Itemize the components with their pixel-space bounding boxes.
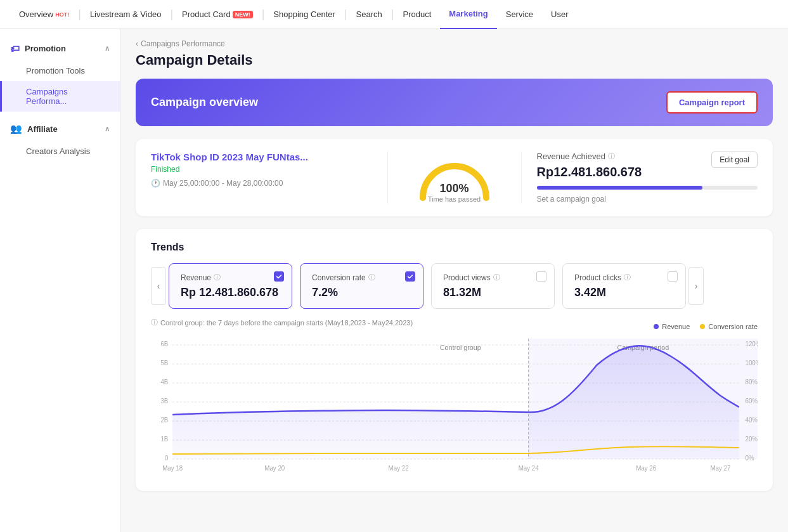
metric-value-product-views: 81.32M xyxy=(443,286,543,299)
svg-text:May 26: May 26 xyxy=(636,465,656,472)
gauge-label: 100% Time has passed xyxy=(413,182,496,203)
nav-service[interactable]: Service xyxy=(497,0,542,29)
revenue-checkbox[interactable] xyxy=(274,271,284,282)
metric-nav-right-arrow[interactable]: › xyxy=(688,267,704,305)
conversion-checkbox[interactable] xyxy=(405,271,415,282)
main-layout: 🏷 Promotion ∧ Promotion Tools Campaigns … xyxy=(0,29,788,532)
nav-shopping-center[interactable]: Shopping Center xyxy=(264,0,344,29)
svg-text:3B: 3B xyxy=(160,398,168,405)
sidebar-affiliate-header[interactable]: 👥 Affiliate ∧ xyxy=(0,117,120,141)
info-icon-chart: ⓘ xyxy=(151,318,158,327)
legend-dot-revenue xyxy=(654,324,659,329)
svg-text:4B: 4B xyxy=(160,379,168,386)
campaign-report-button[interactable]: Campaign report xyxy=(666,91,758,114)
trends-chart: Control group Campaign period 6B 5B 4B 3… xyxy=(151,339,758,478)
nav-product-card-badge: NEW! xyxy=(233,11,253,18)
product-clicks-checkbox[interactable] xyxy=(668,271,678,282)
metric-value-revenue: Rp 12.481.860.678 xyxy=(181,286,280,299)
svg-text:120%: 120% xyxy=(745,341,758,347)
sidebar-item-promotion-tools[interactable]: Promotion Tools xyxy=(0,60,120,81)
nav-user[interactable]: User xyxy=(542,0,577,29)
svg-text:May 24: May 24 xyxy=(519,465,539,472)
campaign-gauge-panel: 100% Time has passed xyxy=(388,152,522,204)
breadcrumb-back-icon: ‹ xyxy=(136,39,138,48)
campaign-overview-card: Campaign overview Campaign report xyxy=(136,79,773,126)
chart-legend: Revenue Conversion rate xyxy=(654,323,758,330)
info-icon-revenue: ⓘ xyxy=(608,152,615,161)
sidebar-item-creators-analysis[interactable]: Creators Analysis xyxy=(0,141,120,162)
info-icon-conversion: ⓘ xyxy=(368,273,375,282)
metric-card-product-clicks[interactable]: Product clicks ⓘ 3.42M xyxy=(562,263,686,309)
metric-value-product-clicks: 3.42M xyxy=(574,286,674,299)
campaign-revenue-panel: Edit goal Revenue Achieved ⓘ Rp12.481.86… xyxy=(522,152,758,204)
breadcrumb-label: Campaigns Performance xyxy=(141,39,225,48)
metric-label-revenue: Revenue ⓘ xyxy=(181,273,280,282)
metric-card-revenue[interactable]: Revenue ⓘ Rp 12.481.860.678 xyxy=(169,263,292,309)
info-icon-revenue-metric: ⓘ xyxy=(214,273,221,282)
svg-text:0: 0 xyxy=(165,455,169,462)
campaign-left-panel: TikTok Shop ID 2023 May FUNtas... Finish… xyxy=(151,152,388,204)
sidebar-affiliate-label: Affiliate xyxy=(27,124,58,134)
checkmark-icon xyxy=(276,273,282,280)
chart-control-info: ⓘ Control group: the 7 days before the c… xyxy=(151,318,413,327)
metric-nav-left-arrow[interactable]: ‹ xyxy=(151,267,166,305)
sidebar-section-promotion: 🏷 Promotion ∧ Promotion Tools Campaigns … xyxy=(0,37,120,112)
metric-label-product-clicks: Product clicks ⓘ xyxy=(574,273,674,282)
sidebar-section-affiliate: 👥 Affiliate ∧ Creators Analysis xyxy=(0,117,120,162)
nav-search[interactable]: Search xyxy=(347,0,391,29)
metric-card-conversion[interactable]: Conversion rate ⓘ 7.2% xyxy=(300,263,423,309)
campaign-status: Finished xyxy=(151,165,372,174)
gauge-subtext: Time has passed xyxy=(413,195,496,203)
svg-text:1B: 1B xyxy=(160,436,168,443)
nav-product-card[interactable]: Product Card NEW! xyxy=(173,0,262,29)
svg-text:2B: 2B xyxy=(160,417,168,424)
info-icon-product-clicks: ⓘ xyxy=(624,273,631,282)
nav-product[interactable]: Product xyxy=(394,0,441,29)
legend-conversion: Conversion rate xyxy=(700,323,758,330)
promotion-icon: 🏷 xyxy=(10,43,20,54)
top-navigation: Overview HOT! | Livestream & Video | Pro… xyxy=(0,0,788,29)
svg-text:20%: 20% xyxy=(745,436,758,443)
campaign-overview-title: Campaign overview xyxy=(151,96,666,109)
campaign-name: TikTok Shop ID 2023 May FUNtas... xyxy=(151,152,372,162)
svg-text:May 18: May 18 xyxy=(162,465,183,472)
nav-overview[interactable]: Overview HOT! xyxy=(10,0,78,29)
sidebar-promotion-header[interactable]: 🏷 Promotion ∧ xyxy=(0,37,120,60)
nav-marketing[interactable]: Marketing xyxy=(440,0,496,29)
product-views-checkbox[interactable] xyxy=(536,271,546,282)
sidebar: 🏷 Promotion ∧ Promotion Tools Campaigns … xyxy=(0,29,120,532)
set-goal-text: Set a campaign goal xyxy=(537,195,758,204)
metric-label-product-views: Product views ⓘ xyxy=(443,273,543,282)
campaign-date: 🕐 May 25,00:00:00 - May 28,00:00:00 xyxy=(151,179,372,188)
metric-label-conversion: Conversion rate ⓘ xyxy=(312,273,411,282)
revenue-bar xyxy=(537,186,758,190)
svg-text:40%: 40% xyxy=(745,417,758,424)
svg-text:May 27: May 27 xyxy=(710,465,730,472)
sidebar-promotion-label: Promotion xyxy=(25,44,66,53)
svg-text:100%: 100% xyxy=(745,360,758,367)
gauge-percentage: 100% xyxy=(413,182,496,195)
revenue-bar-fill xyxy=(537,186,702,190)
gauge-container: 100% Time has passed xyxy=(413,152,496,203)
chart-header: ⓘ Control group: the 7 days before the c… xyxy=(151,318,758,335)
edit-goal-button[interactable]: Edit goal xyxy=(711,152,758,168)
affiliate-icon: 👥 xyxy=(10,123,22,134)
legend-dot-conversion xyxy=(700,324,705,329)
sidebar-item-campaigns-performance[interactable]: Campaigns Performa... xyxy=(0,81,120,112)
campaign-info-row: TikTok Shop ID 2023 May FUNtas... Finish… xyxy=(151,152,758,204)
svg-text:80%: 80% xyxy=(745,379,758,386)
trends-chart-svg: Control group Campaign period 6B 5B 4B 3… xyxy=(151,339,758,478)
breadcrumb[interactable]: ‹ Campaigns Performance xyxy=(136,39,773,48)
clock-icon: 🕐 xyxy=(151,179,160,188)
legend-revenue: Revenue xyxy=(654,323,690,330)
svg-text:0%: 0% xyxy=(745,455,754,462)
metric-value-conversion: 7.2% xyxy=(312,286,411,299)
nav-livestream[interactable]: Livestream & Video xyxy=(81,0,171,29)
trends-card: Trends ‹ Revenue ⓘ Rp 12.481.860.678 xyxy=(136,229,773,491)
page-title: Campaign Details xyxy=(136,52,773,68)
chevron-up-icon: ∧ xyxy=(105,44,110,53)
metric-card-product-views[interactable]: Product views ⓘ 81.32M xyxy=(431,263,555,309)
svg-text:May 20: May 20 xyxy=(264,465,285,472)
info-icon-product-views: ⓘ xyxy=(493,273,500,282)
nav-overview-badge: HOT! xyxy=(55,11,69,18)
